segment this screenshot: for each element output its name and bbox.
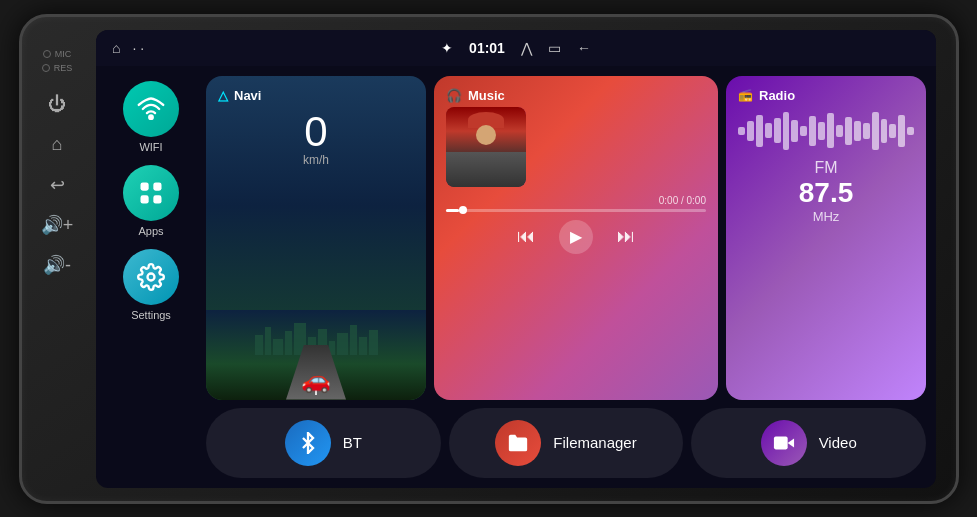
- power-button[interactable]: ⏻: [39, 87, 75, 123]
- home-button[interactable]: ⌂: [39, 127, 75, 163]
- progress-time: 0:00 / 0:00: [446, 195, 706, 206]
- cards-area: △ Navi 0 km/h: [206, 76, 926, 478]
- play-button[interactable]: ▶: [559, 220, 593, 254]
- side-controls: MIC RES ⏻ ⌂ ↩ 🔊+ 🔊-: [30, 39, 85, 479]
- mic-label: MIC: [43, 49, 72, 59]
- radio-icon: 📻: [738, 88, 753, 102]
- dots-icon: · ·: [132, 40, 144, 56]
- settings-icon-circle: [123, 249, 179, 305]
- back-nav-icon[interactable]: ←: [577, 40, 591, 56]
- filemanager-icon-circle: [495, 420, 541, 466]
- radio-band: FM: [738, 159, 914, 177]
- status-left: ⌂ · ·: [112, 40, 144, 56]
- apps-label: Apps: [138, 225, 163, 237]
- sidebar-item-wifi[interactable]: WIFI: [123, 81, 179, 153]
- svg-point-5: [148, 273, 155, 280]
- music-icon: 🎧: [446, 88, 462, 103]
- home-icon[interactable]: ⌂: [112, 40, 120, 56]
- navi-card[interactable]: △ Navi 0 km/h: [206, 76, 426, 400]
- video-card[interactable]: Video: [691, 408, 926, 478]
- speed-value: 0: [218, 111, 414, 153]
- radio-card[interactable]: 📻 Radio: [726, 76, 926, 400]
- status-bar: ⌂ · · ✦ 01:01 ⋀ ▭ ←: [96, 30, 936, 66]
- settings-label: Settings: [131, 309, 171, 321]
- window-icon: ▭: [548, 40, 561, 56]
- wifi-icon-circle: [123, 81, 179, 137]
- prev-button[interactable]: ⏮: [517, 226, 535, 247]
- bluetooth-icon: ✦: [441, 40, 453, 56]
- svg-rect-2: [153, 182, 161, 190]
- svg-rect-8: [774, 436, 788, 449]
- sidebar-item-settings[interactable]: Settings: [123, 249, 179, 321]
- next-button[interactable]: ⏭: [617, 226, 635, 247]
- status-center: ✦ 01:01 ⋀ ▭ ←: [441, 40, 591, 56]
- volume-up-button[interactable]: 🔊+: [39, 207, 75, 243]
- volume-down-button[interactable]: 🔊-: [39, 247, 75, 283]
- res-label: RES: [42, 63, 73, 73]
- svg-point-0: [149, 115, 153, 119]
- signal-icon: ⋀: [521, 40, 532, 56]
- speed-display: 0 km/h: [218, 111, 414, 167]
- svg-marker-7: [787, 438, 793, 447]
- wifi-label: WIFI: [139, 141, 162, 153]
- left-sidebar: WIFI Apps: [106, 76, 196, 478]
- top-cards: △ Navi 0 km/h: [206, 76, 926, 400]
- filemanager-label: Filemanager: [553, 434, 636, 451]
- navi-title: △ Navi: [218, 88, 414, 103]
- navi-icon: △: [218, 88, 228, 103]
- music-controls: ⏮ ▶ ⏭: [446, 220, 706, 254]
- svg-rect-4: [153, 195, 161, 203]
- device-frame: MIC RES ⏻ ⌂ ↩ 🔊+ 🔊- ⌂ · · ✦ 01:01 ⋀ ▭ ←: [19, 14, 959, 504]
- video-label: Video: [819, 434, 857, 451]
- screen: ⌂ · · ✦ 01:01 ⋀ ▭ ←: [96, 30, 936, 488]
- svg-rect-1: [141, 182, 149, 190]
- status-time: 01:01: [469, 40, 505, 56]
- music-progress: 0:00 / 0:00: [446, 195, 706, 212]
- bottom-cards: BT Filemanager: [206, 408, 926, 478]
- radio-frequency: 87.5: [738, 177, 914, 209]
- sidebar-item-apps[interactable]: Apps: [123, 165, 179, 237]
- bluetooth-icon-circle: [285, 420, 331, 466]
- radio-unit: MHz: [738, 209, 914, 224]
- bt-card[interactable]: BT: [206, 408, 441, 478]
- music-top: [446, 107, 706, 187]
- svg-rect-3: [141, 195, 149, 203]
- music-card[interactable]: 🎧 Music: [434, 76, 718, 400]
- progress-bar[interactable]: [446, 209, 706, 212]
- speed-unit: km/h: [218, 153, 414, 167]
- waveform: [738, 111, 914, 151]
- album-art: [446, 107, 526, 187]
- filemanager-card[interactable]: Filemanager: [449, 408, 684, 478]
- music-title: 🎧 Music: [446, 88, 706, 103]
- radio-title: 📻 Radio: [738, 88, 914, 103]
- back-button[interactable]: ↩: [39, 167, 75, 203]
- video-icon-circle: [761, 420, 807, 466]
- main-content: WIFI Apps: [96, 66, 936, 488]
- apps-icon-circle: [123, 165, 179, 221]
- bt-label: BT: [343, 434, 362, 451]
